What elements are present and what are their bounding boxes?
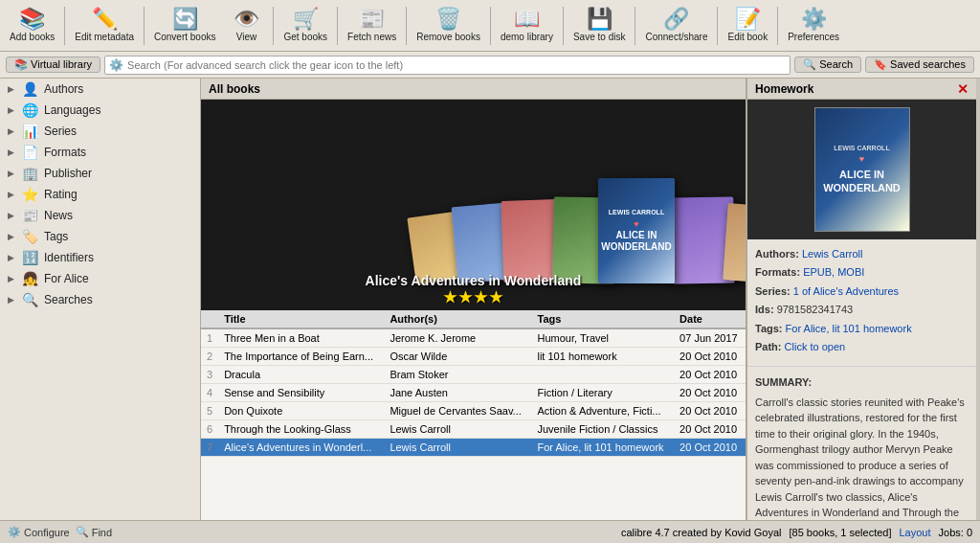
search-input[interactable] bbox=[127, 59, 786, 71]
col-tags[interactable]: Tags bbox=[531, 310, 674, 328]
table-row[interactable]: 7 Alice's Adventures in Wonderl... Lewis… bbox=[201, 439, 746, 457]
detail-cover-heart: ♥ bbox=[859, 154, 864, 166]
sidebar-item-for-alice[interactable]: ▶ 👧 For Alice bbox=[0, 268, 200, 289]
row-number: 7 bbox=[201, 439, 218, 457]
layout-button[interactable]: Layout bbox=[900, 527, 931, 538]
table-row[interactable]: 2 The Importance of Being Earn... Oscar … bbox=[201, 348, 746, 366]
row-author: Jerome K. Jerome bbox=[384, 328, 531, 348]
sidebar-item-identifiers[interactable]: ▶ 🔢 Identifiers bbox=[0, 247, 200, 268]
table-row[interactable]: 1 Three Men in a Boat Jerome K. Jerome H… bbox=[201, 328, 746, 348]
authors-icon: 👤 bbox=[22, 81, 38, 97]
preferences-icon: ⚙️ bbox=[801, 9, 827, 30]
summary-label: SUMMARY: bbox=[755, 374, 969, 391]
searchbar: 📚 Virtual library ⚙️ 🔍 Search 🔖 Saved se… bbox=[0, 52, 980, 79]
tags-link[interactable]: For Alice, lit 101 homework bbox=[786, 323, 912, 334]
saved-searches-button[interactable]: 🔖 Saved searches bbox=[865, 57, 974, 73]
row-number: 5 bbox=[201, 402, 218, 420]
toolbar-separator bbox=[717, 7, 718, 45]
path-link[interactable]: Click to open bbox=[785, 341, 846, 352]
col-title[interactable]: Title bbox=[218, 310, 384, 328]
sidebar: ▶ 👤 Authors ▶ 🌐 Languages ▶ 📊 Series ▶ 📄… bbox=[0, 79, 201, 520]
sidebar-item-authors[interactable]: ▶ 👤 Authors bbox=[0, 79, 200, 100]
homework-close-button[interactable]: ✕ bbox=[957, 81, 969, 97]
detail-cover-author: LEWIS CARROLL bbox=[834, 144, 889, 152]
sidebar-item-news[interactable]: ▶ 📰 News bbox=[0, 205, 200, 226]
sidebar-item-tags[interactable]: ▶ 🏷️ Tags bbox=[0, 226, 200, 247]
detail-tags-row: Tags: For Alice, lit 101 homework bbox=[755, 322, 969, 336]
detail-authors-row: Authors: Lewis Carroll bbox=[755, 247, 969, 261]
row-tags: lit 101 homework bbox=[531, 348, 674, 366]
row-tags: Juvenile Fiction / Classics bbox=[531, 420, 674, 439]
preferences-button[interactable]: ⚙️ Preferences bbox=[782, 7, 845, 44]
all-books-header: All books bbox=[201, 79, 746, 100]
connect-share-icon: 🔗 bbox=[663, 9, 689, 30]
book-author: LEWIS CARROLL bbox=[609, 209, 664, 216]
table-row[interactable]: 6 Through the Looking-Glass Lewis Carrol… bbox=[201, 420, 746, 439]
detail-series-row: Series: 1 of Alice's Adventures bbox=[755, 284, 969, 299]
detail-ids-row: Ids: 9781582341743 bbox=[755, 303, 969, 317]
sidebar-item-rating[interactable]: ▶ ⭐ Rating bbox=[0, 184, 200, 205]
row-number: 3 bbox=[201, 366, 218, 384]
formats-link[interactable]: EPUB, MOBI bbox=[803, 266, 864, 278]
cover-carousel-area[interactable]: LEWIS CARROLL ♥ ALICE IN WONDERLAND Alic… bbox=[201, 100, 746, 310]
row-date: 20 Oct 2010 bbox=[674, 439, 746, 457]
demo-library-button[interactable]: 📖 demo library bbox=[495, 7, 559, 44]
remove-books-button[interactable]: 🗑️ Remove books bbox=[411, 7, 486, 44]
find-button[interactable]: 🔍 Find bbox=[76, 526, 112, 538]
row-date: 20 Oct 2010 bbox=[674, 402, 746, 420]
table-row[interactable]: 4 Sense and Sensibility Jane Austen Fict… bbox=[201, 384, 746, 402]
row-title: The Importance of Being Earn... bbox=[218, 348, 384, 366]
bookmark-icon: 🔖 bbox=[874, 58, 887, 70]
fetch-news-button[interactable]: 📰 Fetch news bbox=[342, 7, 402, 44]
expand-icon: ▶ bbox=[8, 105, 14, 115]
book-list: Title Author(s) Tags Date 1 Three Men in… bbox=[201, 310, 746, 520]
convert-books-button[interactable]: 🔄 Convert books bbox=[148, 7, 221, 44]
sidebar-item-series[interactable]: ▶ 📊 Series bbox=[0, 121, 200, 142]
status-right: calibre 4.7 created by Kovid Goyal [85 b… bbox=[621, 527, 972, 538]
table-header-row: Title Author(s) Tags Date bbox=[201, 310, 746, 328]
authors-link[interactable]: Lewis Carroll bbox=[802, 248, 863, 260]
table-row[interactable]: 5 Don Quixote Miguel de Cervantes Saav..… bbox=[201, 402, 746, 420]
cover-book-main: LEWIS CARROLL ♥ ALICE IN WONDERLAND bbox=[598, 178, 675, 283]
row-number: 6 bbox=[201, 420, 218, 439]
expand-icon: ▶ bbox=[8, 295, 14, 305]
get-books-button[interactable]: 🛒 Get books bbox=[278, 7, 333, 44]
sidebar-item-publisher[interactable]: ▶ 🏢 Publisher bbox=[0, 163, 200, 184]
expand-icon: ▶ bbox=[8, 253, 14, 262]
toolbar-separator bbox=[273, 7, 274, 45]
connect-share-button[interactable]: 🔗 Connect/share bbox=[639, 7, 713, 44]
edit-book-icon: 📝 bbox=[735, 9, 761, 30]
configure-button[interactable]: ⚙️ Configure bbox=[8, 526, 70, 538]
book-panels: All books LEWIS CARROLL ♥ ALICE IN WONDE… bbox=[201, 79, 980, 520]
cover-stars: ★★★★ bbox=[201, 288, 746, 306]
remove-books-icon: 🗑️ bbox=[435, 9, 461, 30]
series-link[interactable]: 1 of Alice's Adventures bbox=[793, 285, 899, 297]
row-tags: For Alice, lit 101 homework bbox=[531, 439, 674, 457]
statusbar: ⚙️ Configure 🔍 Find calibre 4.7 created … bbox=[0, 520, 980, 543]
sidebar-item-formats[interactable]: ▶ 📄 Formats bbox=[0, 142, 200, 163]
search-button[interactable]: 🔍 Search bbox=[794, 57, 861, 73]
search-input-wrap: ⚙️ bbox=[104, 56, 791, 75]
col-date[interactable]: Date bbox=[674, 310, 746, 328]
summary-text: Carroll's classic stories reunited with … bbox=[755, 396, 965, 520]
expand-icon: ▶ bbox=[8, 169, 14, 178]
edit-metadata-button[interactable]: ✏️ Edit metadata bbox=[69, 7, 140, 44]
col-authors[interactable]: Author(s) bbox=[384, 310, 531, 328]
add-books-button[interactable]: 📚 Add books bbox=[4, 7, 60, 44]
edit-book-button[interactable]: 📝 Edit book bbox=[722, 7, 773, 44]
row-number: 2 bbox=[201, 348, 218, 366]
sidebar-item-languages[interactable]: ▶ 🌐 Languages bbox=[0, 100, 200, 121]
row-date: 20 Oct 2010 bbox=[674, 384, 746, 402]
expand-icon: ▶ bbox=[8, 147, 14, 157]
virtual-library-button[interactable]: 📚 Virtual library bbox=[6, 57, 100, 73]
books-count: [85 books, 1 selected] bbox=[789, 527, 891, 538]
row-date: 20 Oct 2010 bbox=[674, 420, 746, 439]
toolbar: 📚 Add books ✏️ Edit metadata 🔄 Convert b… bbox=[0, 0, 980, 52]
view-icon: 👁️ bbox=[234, 9, 259, 30]
ids-value: 9781582341743 bbox=[777, 304, 854, 315]
view-button[interactable]: 👁️ View bbox=[223, 7, 269, 44]
sidebar-item-searches[interactable]: ▶ 🔍 Searches bbox=[0, 289, 200, 310]
col-num[interactable] bbox=[201, 310, 218, 328]
save-to-disk-button[interactable]: 💾 Save to disk bbox=[568, 7, 631, 44]
table-row[interactable]: 3 Dracula Bram Stoker 20 Oct 2010 bbox=[201, 366, 746, 384]
